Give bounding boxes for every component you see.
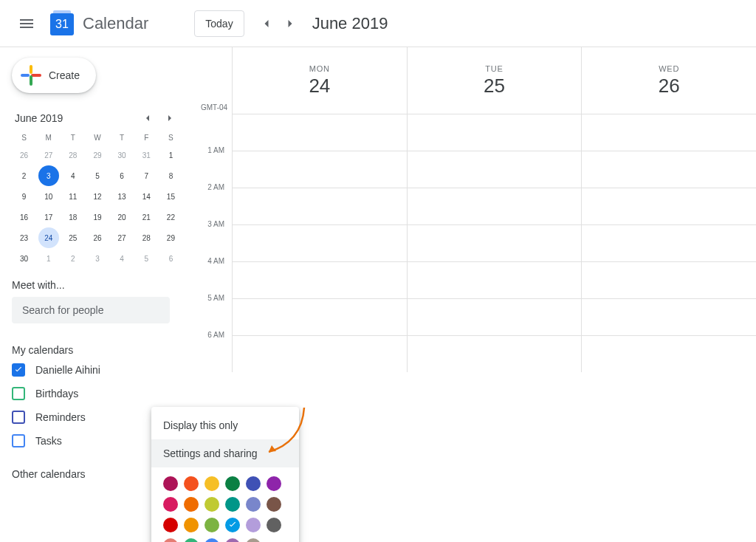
mini-day[interactable]: 28 <box>63 145 83 165</box>
mini-day[interactable]: 16 <box>14 207 35 227</box>
create-button[interactable]: Create <box>12 58 96 93</box>
mini-day[interactable]: 4 <box>63 165 83 186</box>
color-swatch[interactable] <box>225 538 240 542</box>
mini-day[interactable]: 12 <box>87 186 108 207</box>
time-cell[interactable] <box>232 225 407 261</box>
mini-day[interactable]: 22 <box>160 207 181 227</box>
time-cell[interactable] <box>581 114 756 151</box>
time-cell[interactable] <box>232 336 407 372</box>
mini-day[interactable]: 6 <box>111 165 132 186</box>
calendar-checkbox[interactable] <box>12 411 25 424</box>
color-swatch[interactable] <box>205 476 219 491</box>
color-swatch[interactable] <box>205 497 219 512</box>
time-cell[interactable] <box>581 151 756 188</box>
color-swatch[interactable] <box>267 497 281 512</box>
color-swatch[interactable] <box>163 476 178 491</box>
mini-day[interactable]: 17 <box>38 207 59 227</box>
menu-icon[interactable] <box>9 6 44 41</box>
mini-day[interactable]: 11 <box>63 186 83 207</box>
time-cell[interactable] <box>407 262 582 298</box>
mini-day[interactable]: 4 <box>111 248 132 269</box>
color-swatch[interactable] <box>225 476 240 491</box>
display-this-only-item[interactable]: Display this only <box>151 411 299 439</box>
time-cell[interactable] <box>407 151 582 188</box>
prev-period-button[interactable] <box>255 12 278 35</box>
mini-next-month-button[interactable] <box>161 109 179 127</box>
time-cell[interactable] <box>407 225 582 261</box>
mini-day[interactable]: 24 <box>38 227 59 248</box>
time-cell[interactable] <box>407 114 582 151</box>
mini-day[interactable]: 15 <box>160 186 181 207</box>
mini-day[interactable]: 1 <box>160 145 181 165</box>
today-button[interactable]: Today <box>194 10 244 37</box>
color-swatch[interactable] <box>163 497 178 512</box>
color-swatch[interactable] <box>163 538 178 542</box>
mini-day[interactable]: 19 <box>87 207 108 227</box>
color-swatch[interactable] <box>225 497 240 512</box>
mini-day[interactable]: 5 <box>87 165 108 186</box>
color-swatch[interactable] <box>246 538 261 542</box>
time-cell[interactable] <box>581 188 756 224</box>
calendar-item[interactable]: Danielle Aihini <box>12 363 183 377</box>
time-cell[interactable] <box>232 299 407 335</box>
mini-day[interactable]: 2 <box>63 248 83 269</box>
color-swatch[interactable] <box>184 538 199 542</box>
time-cell[interactable] <box>581 336 756 372</box>
color-swatch[interactable] <box>267 476 281 491</box>
color-swatch[interactable] <box>184 518 199 532</box>
mini-day[interactable]: 2 <box>14 165 35 186</box>
mini-day[interactable]: 1 <box>38 248 59 269</box>
time-cell[interactable] <box>407 299 582 335</box>
color-swatch[interactable] <box>246 497 261 512</box>
calendar-checkbox[interactable] <box>12 363 25 377</box>
mini-day[interactable]: 29 <box>160 227 181 248</box>
time-cell[interactable] <box>407 188 582 224</box>
color-swatch[interactable] <box>184 476 199 491</box>
mini-day[interactable]: 27 <box>38 145 59 165</box>
color-swatch[interactable] <box>246 476 261 491</box>
color-swatch[interactable] <box>267 518 281 532</box>
color-swatch[interactable] <box>163 518 178 532</box>
color-swatch[interactable] <box>205 538 219 542</box>
color-swatch[interactable] <box>225 518 240 532</box>
mini-day[interactable]: 3 <box>38 165 59 186</box>
mini-prev-month-button[interactable] <box>139 109 157 127</box>
time-cell[interactable] <box>232 151 407 188</box>
mini-day[interactable]: 7 <box>136 165 157 186</box>
color-swatch[interactable] <box>246 518 261 532</box>
mini-day[interactable]: 8 <box>160 165 181 186</box>
mini-day[interactable]: 27 <box>111 227 132 248</box>
mini-day[interactable]: 26 <box>14 145 35 165</box>
mini-day[interactable]: 13 <box>111 186 132 207</box>
mini-day[interactable]: 25 <box>63 227 83 248</box>
mini-day[interactable]: 5 <box>136 248 157 269</box>
search-people-input[interactable]: Search for people <box>12 297 170 323</box>
mini-day[interactable]: 14 <box>136 186 157 207</box>
mini-day[interactable]: 29 <box>87 145 108 165</box>
mini-day[interactable]: 3 <box>87 248 108 269</box>
mini-day[interactable]: 28 <box>136 227 157 248</box>
mini-day[interactable]: 9 <box>14 186 35 207</box>
time-cell[interactable] <box>581 262 756 298</box>
color-swatch[interactable] <box>205 518 219 532</box>
time-cell[interactable] <box>232 262 407 298</box>
calendar-item[interactable]: Birthdays <box>12 387 183 400</box>
mini-day[interactable]: 30 <box>111 145 132 165</box>
time-cell[interactable] <box>581 225 756 261</box>
time-cell[interactable] <box>581 299 756 335</box>
next-period-button[interactable] <box>278 12 302 35</box>
mini-day[interactable]: 21 <box>136 207 157 227</box>
time-cell[interactable] <box>232 188 407 224</box>
mini-day[interactable]: 23 <box>14 227 35 248</box>
settings-and-sharing-item[interactable]: Settings and sharing <box>151 439 299 467</box>
mini-day[interactable]: 18 <box>63 207 83 227</box>
mini-day[interactable]: 6 <box>160 248 181 269</box>
calendar-checkbox[interactable] <box>12 387 25 400</box>
time-cell[interactable] <box>232 114 407 151</box>
mini-day[interactable]: 20 <box>111 207 132 227</box>
color-swatch[interactable] <box>184 497 199 512</box>
mini-day[interactable]: 10 <box>38 186 59 207</box>
mini-day[interactable]: 26 <box>87 227 108 248</box>
mini-day[interactable]: 30 <box>14 248 35 269</box>
time-cell[interactable] <box>407 336 582 372</box>
